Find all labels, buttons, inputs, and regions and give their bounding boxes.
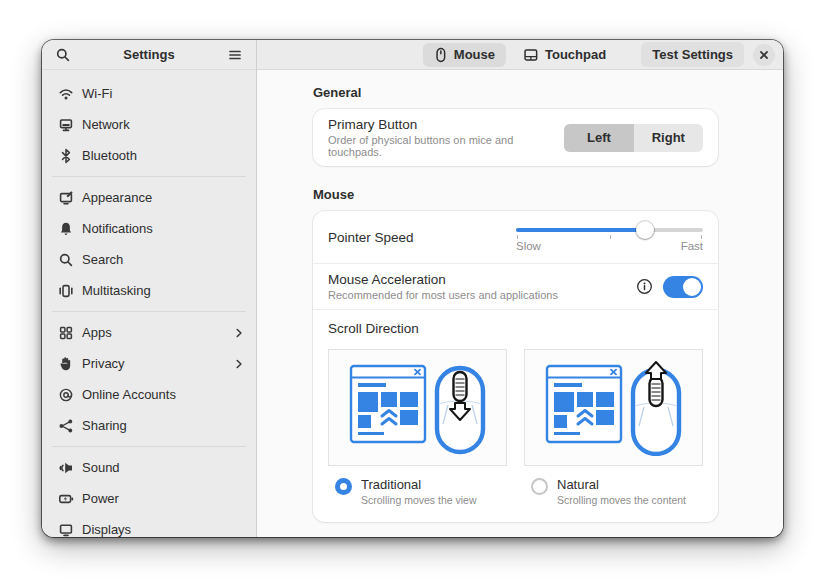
general-heading: General	[313, 85, 783, 100]
slider-tick-max	[701, 235, 702, 239]
primary-button-row: Primary Button Order of physical buttons…	[313, 109, 718, 166]
primary-button-segmented-control: Left Right	[564, 124, 703, 152]
search-button[interactable]	[51, 43, 75, 67]
toggle-knob	[683, 278, 701, 296]
desktop: Settings Wi-Fi Network Bluetooth	[0, 0, 825, 584]
sidebar-item-privacy[interactable]: Privacy	[42, 348, 256, 379]
primary-button-right[interactable]: Right	[634, 124, 703, 152]
close-icon	[758, 49, 770, 61]
sidebar-item-power[interactable]: Power	[42, 483, 256, 514]
wifi-icon	[58, 86, 74, 102]
sidebar-item-sharing[interactable]: Sharing	[42, 410, 256, 441]
sidebar-item-notifications[interactable]: Notifications	[42, 213, 256, 244]
pointer-speed-handle[interactable]	[636, 221, 654, 239]
traditional-scroll-image	[343, 360, 493, 456]
bell-icon	[58, 221, 74, 237]
at-sign-icon	[58, 387, 74, 403]
sidebar-item-label: Power	[82, 491, 119, 506]
sidebar-separator	[52, 446, 246, 447]
tab-mouse[interactable]: Mouse	[423, 43, 506, 67]
option-subtitle: Scrolling moves the view	[361, 494, 477, 506]
mouse-acceleration-subtitle: Recommended for most users and applicati…	[328, 289, 558, 301]
mouse-acceleration-title: Mouse Acceleration	[328, 272, 558, 287]
sidebar: Settings Wi-Fi Network Bluetooth	[42, 40, 257, 537]
apps-grid-icon	[58, 325, 74, 341]
sidebar-item-label: Network	[82, 117, 130, 132]
network-icon	[58, 117, 74, 133]
sidebar-item-bluetooth[interactable]: Bluetooth	[42, 140, 256, 171]
primary-button-subtitle: Order of physical buttons on mice and to…	[328, 134, 564, 158]
bluetooth-icon	[58, 148, 74, 164]
device-tab-group: Mouse Touchpad	[423, 43, 617, 67]
window-title: Settings	[75, 47, 223, 62]
mouse-settings-page: General Primary Button Order of physical…	[257, 70, 783, 537]
slider-tick-min	[517, 235, 518, 239]
sidebar-item-label: Wi-Fi	[82, 86, 112, 101]
headerbar: Mouse Touchpad Test Settings	[257, 40, 783, 70]
search-icon	[55, 47, 71, 63]
primary-button-left[interactable]: Left	[564, 124, 633, 152]
slider-tick-mid	[610, 235, 611, 239]
mouse-icon	[434, 47, 448, 63]
share-icon	[58, 418, 74, 434]
scroll-direction-title: Scroll Direction	[328, 321, 703, 336]
traditional-illustration	[328, 349, 507, 466]
sidebar-list: Wi-Fi Network Bluetooth Appearance	[42, 70, 256, 537]
sidebar-item-label: Bluetooth	[82, 148, 137, 163]
sidebar-item-online-accounts[interactable]: Online Accounts	[42, 379, 256, 410]
sidebar-item-network[interactable]: Network	[42, 109, 256, 140]
battery-icon	[58, 491, 74, 507]
pointer-speed-row: Pointer Speed Slow Fast	[313, 211, 718, 263]
touchpad-icon	[523, 47, 539, 63]
headerbar-right: Test Settings	[641, 42, 775, 67]
sidebar-item-label: Appearance	[82, 190, 152, 205]
sidebar-header: Settings	[42, 40, 256, 70]
test-settings-button[interactable]: Test Settings	[641, 42, 744, 67]
mouse-acceleration-toggle[interactable]	[663, 276, 703, 298]
sidebar-separator	[52, 311, 246, 312]
mouse-card: Pointer Speed Slow Fast	[313, 211, 718, 522]
main-pane: Mouse Touchpad Test Settings General	[257, 40, 783, 537]
settings-window: Settings Wi-Fi Network Bluetooth	[42, 40, 783, 537]
sidebar-item-appearance[interactable]: Appearance	[42, 182, 256, 213]
privacy-hand-icon	[58, 356, 74, 372]
option-subtitle: Scrolling moves the content	[557, 494, 686, 506]
search-icon	[58, 252, 74, 268]
close-window-button[interactable]	[753, 44, 775, 66]
hamburger-menu-icon	[227, 47, 243, 63]
chevron-right-icon	[232, 326, 246, 340]
radio-natural[interactable]	[531, 478, 548, 495]
pointer-speed-slider[interactable]: Slow Fast	[516, 219, 703, 255]
speaker-icon	[58, 460, 74, 476]
sidebar-item-sound[interactable]: Sound	[42, 452, 256, 483]
option-label: Traditional	[361, 477, 477, 492]
sidebar-separator	[52, 176, 246, 177]
tab-touchpad[interactable]: Touchpad	[512, 43, 617, 67]
slider-max-label: Fast	[681, 240, 703, 252]
general-card: Primary Button Order of physical buttons…	[313, 109, 718, 166]
scroll-direction-illustrations	[328, 349, 703, 466]
sidebar-item-label: Notifications	[82, 221, 153, 236]
main-menu-button[interactable]	[223, 43, 247, 67]
option-traditional[interactable]: Traditional Scrolling moves the view	[328, 477, 507, 506]
slider-min-label: Slow	[516, 240, 541, 252]
sidebar-item-wifi[interactable]: Wi-Fi	[42, 78, 256, 109]
tab-label: Mouse	[454, 47, 495, 62]
sidebar-item-label: Sharing	[82, 418, 127, 433]
sidebar-item-displays[interactable]: Displays	[42, 514, 256, 537]
natural-illustration	[524, 349, 703, 466]
sidebar-item-multitasking[interactable]: Multitasking	[42, 275, 256, 306]
radio-traditional[interactable]	[335, 478, 352, 495]
info-icon[interactable]	[636, 278, 653, 295]
option-natural[interactable]: Natural Scrolling moves the content	[524, 477, 703, 506]
natural-scroll-image	[539, 360, 689, 456]
pointer-speed-title: Pointer Speed	[328, 230, 414, 245]
multitasking-icon	[58, 283, 74, 299]
mouse-acceleration-row: Mouse Acceleration Recommended for most …	[313, 263, 718, 309]
tab-label: Touchpad	[545, 47, 606, 62]
pointer-speed-fill	[516, 228, 645, 232]
sidebar-item-search[interactable]: Search	[42, 244, 256, 275]
sidebar-item-label: Multitasking	[82, 283, 151, 298]
sidebar-item-apps[interactable]: Apps	[42, 317, 256, 348]
scroll-direction-row: Scroll Direction	[313, 309, 718, 522]
